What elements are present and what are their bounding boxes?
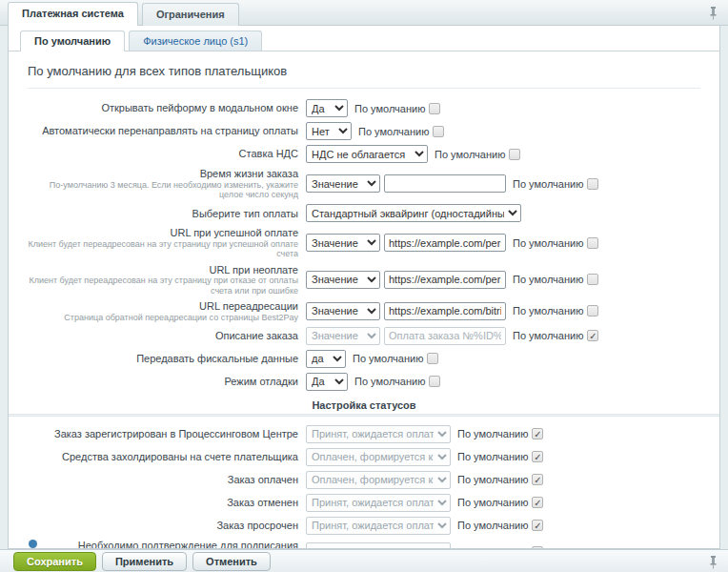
field-select: Оплачен, формируется к отправке [306, 448, 451, 466]
top-tab-bar: Платежная системаОграничения [0, 0, 728, 26]
default-checkbox[interactable]: ✓ [532, 474, 543, 485]
field-controls: ЗначениеПо умолчанию✓ [306, 327, 598, 345]
default-label: По умолчанию [513, 237, 583, 249]
default-checkbox[interactable] [509, 149, 520, 160]
field-controls: даПо умолчанию [306, 350, 438, 368]
default-checkbox[interactable] [587, 178, 598, 190]
field-label: Описание заказа [28, 330, 298, 342]
field-select[interactable]: Да [306, 373, 348, 391]
form-row: Описание заказаЗначениеПо умолчанию✓ [28, 327, 700, 345]
field-label: Открывать пейформу в модальном окне [28, 102, 298, 114]
field-label: Заказ просрочен [28, 520, 298, 532]
footer-pin-icon[interactable] [708, 555, 718, 569]
default-label: По умолчанию [457, 474, 528, 485]
field-controls: ДаПо умолчанию [306, 373, 440, 391]
field-select[interactable]: НДС не облагается [306, 145, 428, 163]
default-label: По умолчанию [457, 497, 528, 508]
tab-inactive[interactable]: Ограничения [142, 3, 239, 26]
field-select: Принят, ожидается оплата [306, 494, 451, 512]
field-label-block: Режим отладки [28, 376, 306, 388]
field-label: Выберите тип оплаты [28, 208, 298, 220]
field-input [384, 327, 506, 345]
default-checkbox[interactable] [433, 126, 444, 137]
field-input[interactable] [384, 302, 506, 320]
field-label-block: Средства захолдированы на счете плательщ… [28, 451, 306, 463]
cancel-button[interactable]: Отменить [192, 552, 271, 571]
field-hint: Клиент будет переадресован на эту страни… [28, 239, 298, 259]
default-label: По умолчанию [513, 330, 583, 341]
tab-active[interactable]: Платежная система [8, 2, 138, 26]
default-checkbox[interactable]: ✓ [532, 428, 543, 439]
field-label: URL переадресации [28, 300, 298, 313]
default-label: По умолчанию [457, 520, 528, 531]
field-input[interactable] [384, 271, 506, 289]
form-row: Заказ отмененПринят, ожидается оплатаПо … [28, 494, 700, 512]
default-checkbox[interactable] [429, 103, 440, 114]
form-row: Автоматически перенаправлять на страницу… [28, 122, 700, 140]
field-label: Автоматически перенаправлять на страницу… [28, 125, 298, 137]
form-row: Необходимо подтверждение для подписания … [28, 540, 700, 549]
section-divider [9, 414, 719, 417]
subtab-inactive[interactable]: Физическое лицо (s1) [129, 31, 262, 51]
field-controls: НетПо умолчанию [306, 122, 444, 140]
footer-bar: Сохранить Применить Отменить [0, 549, 728, 572]
form-row: URL при неоплатеКлиент будет переадресов… [28, 264, 700, 296]
default-checkbox[interactable]: ✓ [532, 520, 543, 531]
field-select[interactable]: Значение [306, 271, 380, 289]
settings-form: По умолчанию для всех типов плательщиков… [9, 51, 719, 549]
default-checkbox[interactable] [587, 305, 598, 317]
form-row: Заказ оплаченОплачен, формируется к отпр… [28, 471, 700, 489]
field-select: Принят, ожидается оплата [306, 517, 451, 535]
form-row: URL переадресацииСтраница обратной переа… [28, 300, 700, 322]
field-select[interactable]: Значение [306, 174, 380, 193]
field-label: Передавать фискальные данные [28, 353, 298, 365]
settings-panel: По умолчаниюФизическое лицо (s1) По умол… [8, 26, 720, 549]
field-label-block: Передавать фискальные данные [28, 353, 306, 365]
field-controls: ЗначениеПо умолчанию [306, 174, 598, 193]
default-checkbox[interactable]: ✓ [587, 330, 598, 341]
form-row: Передавать фискальные данныедаПо умолчан… [28, 350, 700, 368]
default-label: По умолчанию [353, 353, 423, 364]
field-input[interactable] [384, 174, 506, 193]
default-checkbox[interactable] [429, 376, 440, 387]
default-checkbox[interactable] [587, 237, 598, 249]
field-select[interactable]: Стандартный эквайринг (одностадийный) [306, 204, 521, 222]
default-checkbox[interactable]: ✓ [532, 497, 543, 508]
field-controls: Стандартный эквайринг (одностадийный) [306, 204, 521, 222]
field-label: Средства захолдированы на счете плательщ… [28, 451, 298, 463]
field-label: Необходимо подтверждение для подписания … [28, 540, 298, 549]
field-controls: ЗначениеПо умолчанию [306, 271, 598, 289]
field-label-block: URL переадресацииСтраница обратной переа… [28, 300, 306, 322]
field-label-block: Открывать пейформу в модальном окне [28, 102, 306, 114]
help-icon[interactable] [29, 540, 37, 548]
form-row: Выберите тип оплатыСтандартный эквайринг… [28, 204, 700, 222]
field-select[interactable]: да [306, 350, 346, 368]
form-row: Заказ зарегистрирован в Процессинговом Ц… [28, 425, 700, 443]
field-controls: Принят, ожидается оплатаПо умолчанию✓ [306, 494, 543, 512]
field-label-block: Заказ просрочен [28, 520, 306, 532]
pin-icon[interactable] [708, 6, 718, 20]
field-label-block: URL при успешной оплатеКлиент будет пере… [28, 227, 306, 258]
field-label: Ставка НДС [28, 148, 298, 160]
default-checkbox[interactable]: ✓ [532, 451, 543, 462]
apply-button[interactable]: Применить [102, 552, 187, 571]
subtab-active[interactable]: По умолчанию [20, 31, 125, 51]
field-select[interactable]: Значение [306, 234, 380, 252]
field-label: Время жизни заказа [28, 168, 298, 180]
field-controls: Оплачен, формируется к отправкеПо умолча… [306, 448, 543, 466]
field-select[interactable]: Да [306, 99, 348, 117]
default-label: По умолчанию [354, 376, 425, 387]
default-label: По умолчанию [354, 103, 425, 114]
field-label-block: Выберите тип оплаты [28, 208, 306, 220]
field-select[interactable]: Значение [306, 302, 380, 320]
default-checkbox[interactable] [587, 274, 598, 285]
field-input[interactable] [384, 234, 506, 252]
sub-tabs: По умолчаниюФизическое лицо (s1) [9, 26, 719, 51]
default-checkbox[interactable] [427, 353, 438, 364]
field-hint: Клиент будет переадресован на эту страни… [28, 276, 298, 296]
form-row: Режим отладкиДаПо умолчанию [28, 373, 700, 391]
field-select[interactable]: Нет [306, 122, 352, 140]
field-label-block: Время жизни заказаПо-умолчанию 3 месяца.… [28, 168, 306, 199]
field-label-block: Заказ зарегистрирован в Процессинговом Ц… [28, 428, 306, 440]
save-button[interactable]: Сохранить [13, 552, 96, 571]
